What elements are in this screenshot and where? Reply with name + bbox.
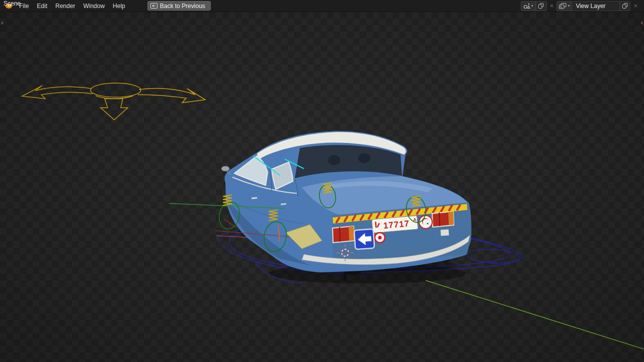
tail-light-right-amber [448,211,454,225]
side-mirror [221,166,229,171]
root-control-right-arm [138,89,205,103]
root-control-arrow[interactable] [22,83,205,120]
view-layer-selector: ▾ View Layer [556,1,630,11]
menu-render[interactable]: Render [51,0,79,12]
scene-selector: ▾ Scene [521,1,547,11]
new-scene-button[interactable] [536,2,546,11]
back-arrow-icon [150,3,157,9]
root-control-down-arrow [101,99,128,120]
toolbar-expand-chevron[interactable]: › [1,19,3,26]
round-sticker-right [419,215,432,229]
chevron-down-icon: ▾ [531,4,533,8]
tail-light-left-divider [340,227,340,242]
topbar-right-group: ▾ Scene × [521,1,639,11]
blender-window: File Edit Render Window Help Back to Pre… [0,0,644,362]
copy-icon [622,3,628,9]
unlink-scene-button[interactable]: × [548,3,555,9]
tail-light-left-amber [349,226,354,241]
root-control-ellipse [91,83,141,97]
back-to-previous-button[interactable]: Back to Previous [147,1,211,11]
tail-light-right-divider [439,212,440,226]
root-control-left-arm [22,86,93,99]
3d-viewport[interactable]: › ‹ [0,12,644,362]
view-layer-icon [559,3,567,9]
scene-browse-button[interactable]: ▾ [521,2,536,11]
remove-view-layer-button[interactable]: × [632,3,639,9]
headrest-left [328,155,340,165]
reverse-light [441,229,449,236]
topbar: File Edit Render Window Help Back to Pre… [0,0,644,12]
sidebar-expand-chevron[interactable]: ‹ [641,19,643,26]
arrow-sign-sticker [354,229,375,250]
headrest-right [358,153,370,163]
scene-canvas: 17717 A [0,12,644,362]
menu-window[interactable]: Window [79,0,109,12]
y-axis-line [426,280,643,349]
back-to-previous-label: Back to Previous [160,3,205,10]
view-layer-name-field[interactable]: View Layer [572,2,619,11]
scene-icon [523,3,530,9]
view-layer-browse-button[interactable]: ▾ [557,2,572,11]
copy-icon [538,3,544,9]
menu-help[interactable]: Help [109,0,129,12]
new-view-layer-button[interactable] [619,2,630,11]
chevron-down-icon: ▾ [568,4,570,8]
round-sticker-left [375,233,385,243]
